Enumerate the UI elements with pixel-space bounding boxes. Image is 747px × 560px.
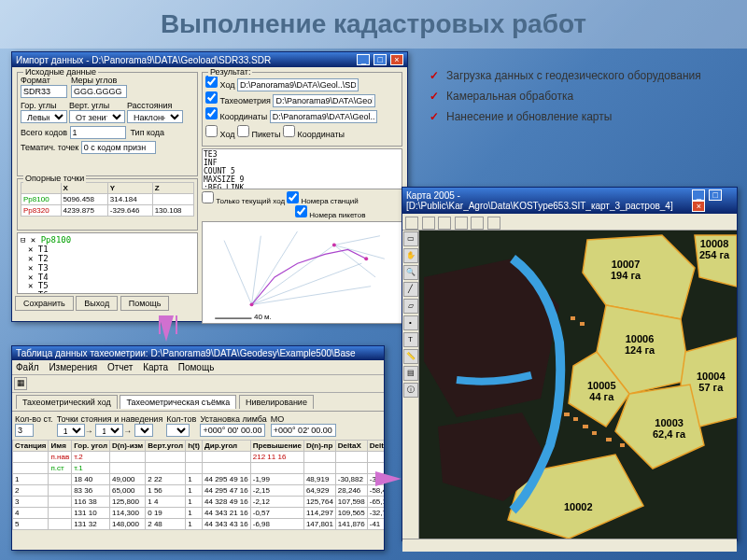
tool-measure-icon[interactable]: 📏 — [403, 349, 418, 364]
save-button[interactable]: Сохранить — [15, 296, 74, 311]
kol-input[interactable]: 2 — [166, 424, 190, 437]
tool-select-icon[interactable]: ▭ — [403, 231, 418, 246]
col-x: X — [61, 183, 107, 194]
pt-to[interactable]: 5 — [134, 424, 153, 437]
format-input[interactable] — [21, 85, 67, 98]
svg-rect-18 — [606, 438, 612, 441]
mo-label: МО — [271, 414, 336, 424]
dist-select[interactable]: Наклонные — [127, 110, 183, 123]
hcoord-label: Гор. углы — [21, 101, 67, 110]
svg-point-11 — [364, 257, 368, 260]
count-label: Кол-во ст. — [15, 414, 53, 424]
table-row[interactable]: 4131 10114,3000 19144 343 21 16-0,57114,… — [13, 508, 385, 519]
tool-poly-icon[interactable]: ▱ — [403, 299, 418, 314]
map-minimize[interactable]: _ — [692, 189, 705, 201]
pt2-name[interactable]: Pp8320 — [21, 205, 62, 217]
tool-text-icon[interactable]: T — [403, 332, 418, 347]
pt2-y[interactable]: -329.646 — [107, 205, 152, 217]
pt-from[interactable]: 1.1 — [57, 424, 85, 437]
col-header: h(t) — [186, 441, 203, 452]
chk-hod2[interactable] — [205, 125, 218, 137]
table-row[interactable]: 118 4049,0002 22144 295 49 16-1,9948,919… — [13, 474, 385, 485]
chk-pik[interactable] — [237, 125, 249, 137]
path2[interactable] — [273, 94, 375, 107]
table-row[interactable]: 5131 32148,0002 48144 343 43 16-6,98147,… — [13, 519, 385, 530]
pt1-name[interactable]: Pp8100 — [21, 194, 62, 205]
chk-current[interactable] — [202, 191, 214, 203]
mask-label: Меры углов — [71, 76, 127, 85]
toolbar-icon[interactable]: ▦ — [14, 377, 27, 390]
tool-pan-icon[interactable]: ✋ — [403, 248, 418, 263]
measurements-table[interactable]: СтанцияИмяГор. уголD(n)-измВерт.уголh(t)… — [12, 440, 384, 530]
toolbar-icon[interactable] — [438, 217, 451, 230]
allcode-input[interactable] — [70, 126, 126, 139]
tree-root[interactable]: ⊟ ✕ Pp8100 ✕ T1 ✕ T2 ✕ T3 ✕ T4 ✕ T5 ✕ T6… — [21, 236, 194, 294]
bullet-list: Загрузка данных с геодезического оборудо… — [430, 65, 728, 127]
tool-info-icon[interactable]: ⓘ — [403, 383, 418, 398]
menu-help[interactable]: Помощь — [178, 362, 215, 372]
chk-taheo-label: Тахеометрия — [220, 96, 271, 105]
pt2-z[interactable]: 130.108 — [152, 205, 193, 217]
table-menubar: Файл Измерения Отчет Карта Помощь — [12, 360, 384, 375]
mo-input[interactable] — [271, 424, 336, 437]
table-row[interactable]: 283 3665,0001 56144 295 47 16-2,1564,929… — [13, 485, 385, 497]
limb-input[interactable] — [200, 424, 265, 437]
minimize-button[interactable]: _ — [357, 54, 370, 65]
maximize-button[interactable]: □ — [374, 54, 387, 65]
vcoord-select[interactable]: От зенита — [69, 110, 125, 123]
map-close[interactable]: × — [692, 201, 705, 212]
limb-label: Установка лимба — [200, 414, 266, 424]
pt1-y[interactable]: 314.184 — [107, 194, 152, 205]
svg-line-7 — [334, 245, 385, 259]
map-maximize[interactable]: □ — [709, 189, 722, 201]
toolbar-icon[interactable] — [422, 217, 435, 230]
tab-traverse[interactable]: Тахеометрический ход — [16, 395, 118, 409]
help-button[interactable]: Помощь — [120, 296, 170, 311]
parcel-label-10008: 10008254 га — [699, 238, 729, 260]
chk-hod[interactable] — [205, 76, 218, 88]
pt1-z[interactable] — [152, 194, 193, 205]
menu-map[interactable]: Карта — [143, 362, 168, 372]
chk-stnum[interactable] — [287, 191, 299, 203]
chk-piknum[interactable] — [295, 205, 307, 217]
tab-leveling[interactable]: Нивелирование — [239, 395, 314, 409]
exit-button[interactable]: Выход — [76, 296, 118, 311]
tool-line-icon[interactable]: ╱ — [403, 282, 418, 297]
survey-plot[interactable]: 40 м. — [202, 221, 402, 324]
mask-input[interactable] — [71, 85, 127, 98]
chk-taheo[interactable] — [205, 91, 218, 104]
hcoord-select[interactable]: Левые — [21, 110, 67, 123]
toolbar-icon[interactable] — [471, 217, 484, 230]
pt2-x[interactable]: 4239.875 — [61, 205, 107, 217]
tool-zoom-icon[interactable]: 🔍 — [403, 265, 418, 280]
points-label: Точки стояния и наведения — [57, 414, 163, 424]
menu-file[interactable]: Файл — [16, 362, 39, 372]
svg-point-9 — [250, 302, 254, 306]
ptype-input[interactable] — [81, 141, 156, 154]
map-statusbar — [402, 539, 737, 552]
menu-report[interactable]: Отчет — [107, 362, 133, 372]
menu-measurements[interactable]: Измерения — [49, 362, 97, 372]
path3[interactable] — [270, 110, 377, 123]
toolbar-icon[interactable] — [405, 217, 418, 230]
chk-coord[interactable] — [205, 107, 218, 119]
svg-rect-16 — [583, 425, 588, 428]
table-row[interactable]: п.стт.1 — [13, 463, 385, 474]
parcel-label-10002: 10002 — [564, 501, 593, 512]
pt1-x[interactable]: 5096.458 — [61, 194, 107, 205]
table-row[interactable]: п.навт.2212 11 16 — [13, 452, 385, 463]
table-row[interactable]: 3116 38125,8001 4144 328 49 16-2,12125,7… — [13, 497, 385, 508]
close-button[interactable]: × — [390, 54, 403, 65]
map-canvas[interactable]: 10007194 га 10006124 га 1000544 га 10004… — [419, 231, 737, 539]
col-header: D(n)-пр — [303, 441, 335, 452]
count-input[interactable] — [15, 424, 34, 437]
chk-coord2[interactable] — [283, 125, 295, 137]
pt-via[interactable]: 1.2 — [95, 424, 123, 437]
tool-layer-icon[interactable]: ▤ — [403, 366, 418, 381]
toolbar-icon[interactable] — [455, 217, 468, 230]
toolbar-icon[interactable] — [487, 217, 500, 230]
path1[interactable] — [237, 78, 359, 91]
tool-point-icon[interactable]: • — [403, 315, 418, 330]
tab-survey[interactable]: Тахеометрическая съёмка — [120, 395, 236, 409]
bullet-item: Нанесение и обновление карты — [430, 106, 728, 127]
